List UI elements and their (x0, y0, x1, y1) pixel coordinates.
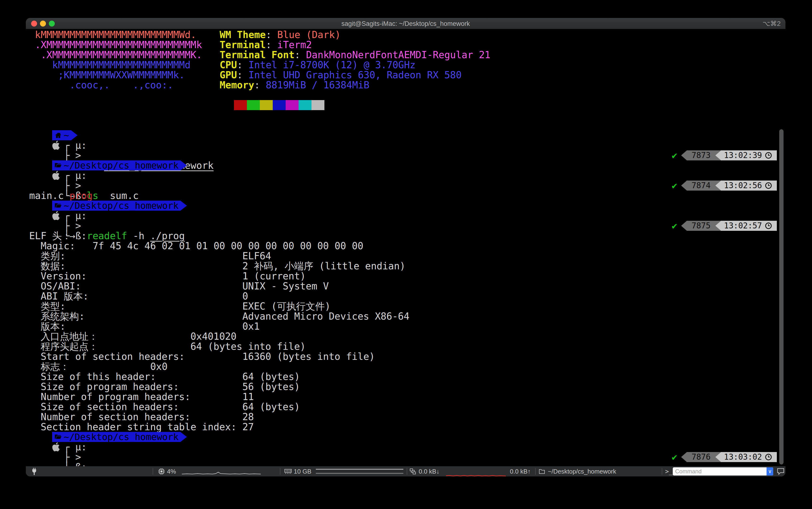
neofetch-logo-line: .cooc,. .,coo:.Memory: 8819MiB / 16384Mi… (29, 80, 782, 90)
memory-graph (316, 466, 403, 476)
readelf-row: 类型:EXEC (可执行文件) (29, 301, 782, 311)
scrollbar-thumb[interactable] (779, 129, 783, 465)
cpu-sparkline (182, 466, 261, 476)
prompt-os-line: ├ > (29, 140, 782, 150)
network-upload: 0.0 kB↑ (507, 466, 531, 476)
readelf-row: Size of section headers:64 (bytes) (29, 402, 782, 412)
window-title: sagit@Sagits-iMac: ~/Desktop/cs_homework (26, 18, 785, 29)
prompt-command-line: └→ß:ls ✔ 7874 13:02:56 (29, 180, 782, 191)
network-icon (410, 466, 416, 476)
prompt-command-line[interactable]: └→ß: ✔ 7876 13:03:02 (29, 452, 782, 462)
folder-icon (54, 202, 62, 209)
command-time: 13:02:56 (724, 180, 762, 191)
readelf-row: 类别:ELF64 (29, 251, 782, 261)
prompt-os-line: ├ > (29, 442, 782, 452)
window-shortcut-badge: ⌥⌘2 (763, 18, 781, 29)
network-sparkline (446, 470, 506, 480)
apple-icon (52, 442, 60, 453)
current-directory-icon (539, 466, 545, 476)
command-search-input[interactable]: Command ∨ (673, 467, 773, 475)
cwd-segment: ~/Desktop/cs_homework (52, 201, 187, 211)
command-input-placeholder: Command (673, 468, 767, 475)
neofetch-logo-line: kMMMMMMMMMMMMMMMMMMMMMMMMWd.WM Theme: Bl… (29, 30, 782, 40)
readelf-row: 入口点地址：0x401020 (29, 331, 782, 341)
current-directory-path: ~/Desktop/cs_homework (548, 466, 616, 476)
folder-icon (54, 162, 62, 169)
apple-icon (52, 211, 60, 222)
prompt-command-line: └→ß:cd Desktop/cs_homework ✔ 7873 13:02:… (29, 150, 782, 161)
history-number: 7876 (687, 452, 715, 462)
command-status-badge: ✔ 7875 13:02:57 (672, 221, 777, 231)
readelf-row: Magic:7f 45 4c 46 02 01 01 00 00 00 00 0… (29, 241, 782, 251)
clock-icon (765, 453, 772, 461)
readelf-row: 标志：0x0 (29, 362, 782, 372)
history-number: 7873 (687, 150, 715, 161)
history-number: 7875 (687, 221, 715, 231)
neofetch-logo-line: .XMMMMMMMMMMMMMMMMMMMMMMMMK.Terminal Fon… (29, 50, 782, 60)
command-status-badge: ✔ 7876 13:03:02 (672, 452, 777, 462)
prompt-command-line: └→ß:readelf -h ./prog ✔ 7875 13:02:57 (29, 221, 782, 231)
apple-icon (52, 140, 60, 152)
readelf-title: ELF 头： (29, 231, 782, 241)
readelf-row: 版本:0x1 (29, 321, 782, 331)
readelf-row: Number of program headers:11 (29, 392, 782, 402)
composer-bubble-icon[interactable] (777, 466, 785, 476)
ls-output-line: main.c prog sum.c (29, 191, 782, 201)
network-download: 0.0 kB↓ (419, 466, 440, 476)
memory-amount: 10 GB (294, 466, 311, 476)
home-icon (54, 132, 62, 139)
prompt-dir-line: ┌ µ: ~/Desktop/cs_homework (29, 161, 782, 170)
window-titlebar: sagit@Sagits-iMac: ~/Desktop/cs_homework… (26, 18, 785, 29)
readelf-row: 数据:2 补码, 小端序 (little endian) (29, 261, 782, 271)
iterm-window: sagit@Sagits-iMac: ~/Desktop/cs_homework… (26, 18, 785, 476)
terminal-color-swatches (221, 100, 324, 110)
success-check-icon: ✔ (672, 452, 677, 462)
statusbar: 4% 10 GB 0.0 kB↓ 0.0 kB↑ ~/Desktop/cs_ho… (26, 466, 785, 476)
prompt-dir-line: ┌ µ: ~/Desktop/cs_homework (29, 432, 782, 442)
neofetch-logo-line: .XMMMMMMMMMMMMMMMMMMMMMMMMMMkTerminal: i… (29, 40, 782, 50)
clock-icon (765, 222, 772, 229)
terminal-prompt-icon: >_ (665, 466, 672, 476)
readelf-row: Size of this header:64 (bytes) (29, 372, 782, 382)
power-plug-icon (32, 466, 37, 476)
prompt-os-line: ├ > (29, 170, 782, 180)
readelf-row: Version:1 (current) (29, 271, 782, 281)
readelf-row: Section header string table index:27 (29, 422, 782, 432)
history-number: 7874 (687, 180, 715, 191)
command-dropdown-button[interactable]: ∨ (767, 467, 773, 475)
command-status-badge: ✔ 7873 13:02:39 (672, 150, 777, 161)
readelf-row: ABI 版本:0 (29, 291, 782, 301)
cpu-percent: 4% (167, 466, 176, 476)
command-time: 13:02:57 (724, 221, 762, 231)
command-time: 13:03:02 (724, 452, 762, 462)
neofetch-logo-line: kMMMMMMMMMMMMMMMMMMMMMMdCPU: Intel i7-87… (29, 60, 782, 70)
success-check-icon: ✔ (672, 180, 677, 191)
folder-icon (54, 433, 62, 441)
readelf-row: Start of section headers:16360 (bytes in… (29, 351, 782, 362)
prompt-dir-line: ┌ µ: ~ (29, 130, 782, 140)
terminal-content: kMMMMMMMMMMMMMMMMMMMMMMMMWd.WM Theme: Bl… (26, 29, 785, 466)
memory-icon (284, 466, 292, 476)
clock-icon (765, 152, 772, 159)
cpu-icon (158, 466, 165, 476)
neofetch-logo-line: ;KMMMMMMMWXXWMMMMMMMk.GPU: Intel UHD Gra… (29, 70, 782, 80)
executable-file: prog (70, 190, 93, 201)
prompt-dir-line: ┌ µ: ~/Desktop/cs_homework (29, 201, 782, 211)
success-check-icon: ✔ (672, 221, 677, 231)
cwd-segment: ~ (52, 130, 77, 140)
command-time: 13:02:39 (724, 150, 762, 161)
readelf-row: 程序头起点：64 (bytes into file) (29, 341, 782, 351)
cwd-segment: ~/Desktop/cs_homework (52, 432, 187, 442)
success-check-icon: ✔ (672, 150, 677, 161)
readelf-row: OS/ABI:UNIX - System V (29, 281, 782, 291)
clock-icon (765, 182, 772, 189)
readelf-row: Number of section headers:28 (29, 412, 782, 422)
command-status-badge: ✔ 7874 13:02:56 (672, 180, 777, 191)
apple-icon (52, 171, 60, 182)
prompt-os-line: ├ > (29, 211, 782, 221)
readelf-row: Size of program headers:56 (bytes) (29, 382, 782, 392)
readelf-row: 系统架构:Advanced Micro Devices X86-64 (29, 311, 782, 321)
cwd-segment: ~/Desktop/cs_homework (52, 161, 187, 170)
